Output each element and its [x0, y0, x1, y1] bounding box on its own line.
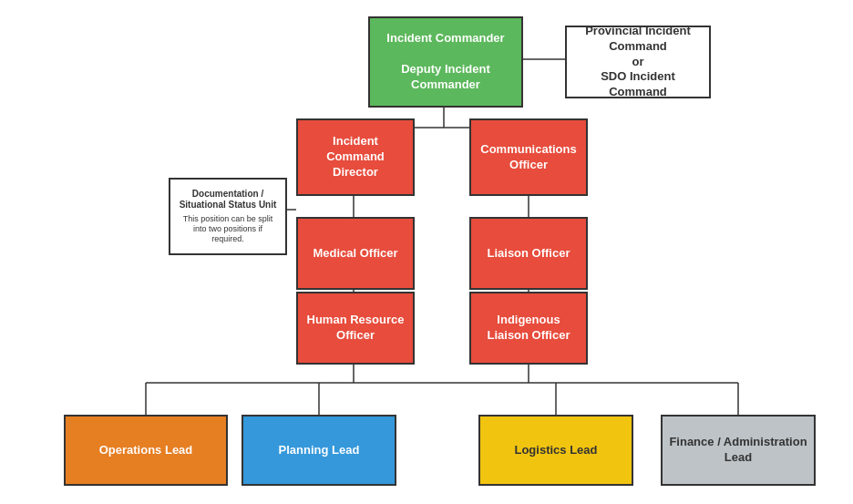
operations-lead-box: Operations Lead [64, 415, 228, 486]
provincial-line3: SDO Incident Command [572, 69, 704, 100]
indigenous-liaison-officer-box: Indigenous Liaison Officer [469, 292, 588, 365]
incident-commander-line2: Deputy Incident Commander [375, 62, 516, 93]
incident-command-director-label: Incident Command Director [303, 134, 407, 180]
incident-command-director-box: Incident Command Director [296, 118, 415, 196]
provincial-line2: or [572, 55, 704, 70]
documentation-unit-label: Documentation / Situational Status Unit [176, 189, 280, 211]
incident-commander-line1: Incident Commander [375, 31, 516, 46]
org-chart: Incident Commander Deputy Incident Comma… [0, 0, 853, 504]
finance-admin-lead-label: Finance / Administration Lead [668, 435, 808, 466]
communications-officer-box: Communications Officer [469, 118, 588, 196]
communications-officer-label: Communications Officer [477, 142, 581, 173]
provincial-incident-command-box: Provincial Incident Command or SDO Incid… [565, 26, 711, 98]
medical-officer-label: Medical Officer [313, 246, 397, 262]
logistics-lead-label: Logistics Lead [514, 443, 597, 458]
documentation-unit-note: This position can be split into two posi… [176, 214, 280, 243]
medical-officer-box: Medical Officer [296, 217, 415, 290]
logistics-lead-box: Logistics Lead [478, 415, 633, 486]
finance-admin-lead-box: Finance / Administration Lead [661, 415, 816, 486]
planning-lead-label: Planning Lead [279, 443, 360, 458]
human-resource-officer-box: Human Resource Officer [296, 292, 415, 365]
planning-lead-box: Planning Lead [242, 415, 396, 486]
provincial-line1: Provincial Incident Command [572, 24, 704, 55]
operations-lead-label: Operations Lead [99, 443, 193, 458]
liaison-officer-label: Liaison Officer [487, 246, 570, 262]
human-resource-officer-label: Human Resource Officer [303, 313, 407, 344]
documentation-unit-box: Documentation / Situational Status Unit … [169, 178, 287, 255]
indigenous-liaison-officer-label: Indigenous Liaison Officer [477, 313, 581, 344]
incident-commander-box: Incident Commander Deputy Incident Comma… [368, 16, 523, 108]
liaison-officer-box: Liaison Officer [469, 217, 588, 290]
